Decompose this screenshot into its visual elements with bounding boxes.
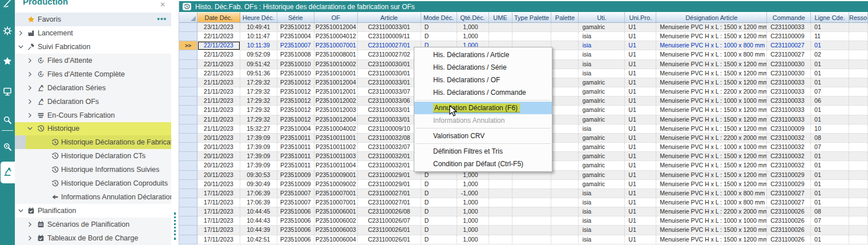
rail-item-declaration-active[interactable] xyxy=(1,162,15,183)
table-cell-ressource[interactable] xyxy=(849,124,868,134)
sidebar-item-historique-declarations-de-fabricatio[interactable]: Historique Déclarations de Fabricatio xyxy=(15,135,171,149)
table-cell-ligne-cde[interactable]: 01 xyxy=(811,152,849,161)
table-cell-designation-article[interactable]: Menuiserie PVC H x L : 1500 x 1200 mm xyxy=(656,180,767,189)
table-cell-uti[interactable]: isia xyxy=(579,226,625,235)
column-header-of[interactable]: OF xyxy=(314,12,358,23)
table-cell-uti[interactable]: isia xyxy=(579,32,625,41)
table-cell-ume[interactable] xyxy=(489,226,512,235)
column-header-serie[interactable]: Série xyxy=(277,12,314,23)
table-cell-ressource[interactable] xyxy=(849,198,868,207)
table-cell-type-palette[interactable] xyxy=(512,23,552,32)
table-cell-article[interactable]: C231100033/01 xyxy=(358,115,421,124)
table-cell-ressource[interactable] xyxy=(849,115,868,124)
table-cell-ligne-cde[interactable]: 01 xyxy=(811,189,849,198)
sidebar-item-suivi-fabrication[interactable]: Suivi Fabrication xyxy=(15,40,171,54)
table-cell-type-palette[interactable] xyxy=(512,32,552,41)
column-header-palette[interactable]: Palette xyxy=(551,12,579,23)
table-cell-ressource[interactable] xyxy=(849,235,868,244)
table-cell-mode-dec[interactable]: D xyxy=(421,23,457,32)
table-cell-uni-pro[interactable]: U1 xyxy=(625,171,656,180)
table-cell-designation-article[interactable]: Menuiserie PVC H x L : 1000 x 1000 mm xyxy=(656,143,767,152)
table-cell-heure-dec[interactable]: 09:30:53 xyxy=(240,171,277,180)
table-cell-heure-dec[interactable]: 09:51:36 xyxy=(240,69,277,78)
table-cell-ressource[interactable] xyxy=(849,50,868,59)
row-header-cell[interactable] xyxy=(179,134,197,143)
menu-item-his-declarations-commande[interactable]: His. Déclarations / Commande xyxy=(414,86,552,99)
table-cell-date-dec[interactable]: 20/11/2023 xyxy=(197,152,240,161)
table-cell-article[interactable]: C231100027/01 xyxy=(358,198,421,207)
row-header-cell[interactable] xyxy=(179,198,197,207)
select-all-corner-cell[interactable] xyxy=(179,12,197,23)
column-header-mode-dec[interactable]: Mode Déc. xyxy=(421,12,457,23)
table-cell-commande[interactable]: C231100009 xyxy=(767,32,811,41)
table-cell-uti[interactable]: isia xyxy=(579,50,625,59)
more-options-icon[interactable]: ••• xyxy=(157,14,167,23)
menu-item-valorisation-crv[interactable]: Valorisation CRV xyxy=(414,130,552,142)
sidebar-item-declaration-series[interactable]: Déclaration Séries xyxy=(15,81,171,95)
table-cell-article[interactable]: C231100032/01 xyxy=(358,161,421,170)
row-header-cell[interactable] xyxy=(179,161,197,170)
table-cell-ume[interactable] xyxy=(489,198,512,207)
row-header-cell[interactable] xyxy=(179,189,197,198)
chevron-right-icon[interactable] xyxy=(27,235,33,240)
table-cell-heure-dec[interactable]: 10:11:39 xyxy=(240,41,277,50)
table-cell-designation-article[interactable]: Menuiserie PVC H x L : 1500 x 1200 mm xyxy=(656,60,767,69)
table-cell-ligne-cde[interactable]: 01 xyxy=(811,226,849,235)
table-cell-article[interactable]: C231100027/01 xyxy=(358,41,421,50)
table-cell-uni-pro[interactable]: U1 xyxy=(625,189,656,198)
row-header-cell[interactable] xyxy=(179,216,197,226)
table-cell-ligne-cde[interactable]: 07 xyxy=(811,216,849,226)
table-cell-serie[interactable]: P23510011 xyxy=(277,134,314,143)
table-cell-article[interactable]: C231100029/01 xyxy=(358,171,421,180)
table-cell-commande[interactable]: C231100026 xyxy=(767,226,811,235)
table-cell-serie[interactable]: P23510006 xyxy=(277,226,314,235)
table-cell-ligne-cde[interactable]: 01 xyxy=(811,78,849,87)
table-cell-uti[interactable]: isia xyxy=(579,189,625,198)
menu-item-his-declarations-serie[interactable]: His. Déclarations / Série xyxy=(414,61,552,74)
chevron-down-icon[interactable] xyxy=(18,208,23,214)
table-cell-serie[interactable]: P23510006 xyxy=(277,235,314,244)
table-cell-commande[interactable]: C231100033 xyxy=(767,78,811,87)
table-cell-palette[interactable] xyxy=(551,171,579,180)
table-cell-type-palette[interactable] xyxy=(512,207,552,216)
table-cell-ressource[interactable] xyxy=(849,60,868,69)
chevron-down-icon[interactable] xyxy=(18,44,23,49)
table-cell-ligne-cde[interactable]: 01 xyxy=(811,235,849,244)
row-header-cell[interactable] xyxy=(179,226,197,235)
table-cell-palette[interactable] xyxy=(551,32,579,41)
table-cell-article[interactable]: C231100030/01 xyxy=(358,69,421,78)
sidebar-item-files-d-attente-complete[interactable]: Files d'Attente Complète xyxy=(15,67,171,81)
table-cell-of[interactable]: P23510006001 xyxy=(314,207,358,216)
table-cell-uti[interactable]: gamalric xyxy=(579,171,625,180)
table-cell-palette[interactable] xyxy=(551,69,579,78)
table-cell-qte-dec[interactable]: 1,000 xyxy=(457,216,489,226)
table-cell-article[interactable]: C231100026/07 xyxy=(358,216,421,226)
sidebar-item-historique-declaration-coproduits[interactable]: Historique Déclaration Coproduits xyxy=(15,176,171,190)
table-cell-palette[interactable] xyxy=(551,97,579,106)
table-cell-date-dec[interactable]: 20/11/2023 xyxy=(197,143,240,152)
table-cell-ressource[interactable] xyxy=(849,23,868,32)
table-cell-date-dec[interactable]: 21/11/2023 xyxy=(197,115,240,124)
table-cell-palette[interactable] xyxy=(551,134,579,143)
chevron-right-icon[interactable] xyxy=(27,85,33,90)
table-cell-uni-pro[interactable]: U1 xyxy=(625,78,656,87)
table-cell-commande[interactable]: C231100026 xyxy=(767,207,811,216)
row-header-cell[interactable] xyxy=(179,171,197,180)
table-cell-palette[interactable] xyxy=(551,87,579,97)
table-cell-designation-article[interactable]: Menuiserie PVC H x L : 1500 x 1200 mm xyxy=(656,226,767,235)
row-header-cell[interactable] xyxy=(179,50,197,59)
row-header-cell[interactable] xyxy=(179,69,197,78)
table-cell-heure-dec[interactable]: 10:42:51 xyxy=(240,235,277,244)
table-cell-uti[interactable]: isia xyxy=(579,207,625,216)
table-cell-uti[interactable]: gamalric xyxy=(579,143,625,152)
table-cell-palette[interactable] xyxy=(551,226,579,235)
table-cell-serie[interactable]: P23510007 xyxy=(277,198,314,207)
rail-item-pen[interactable] xyxy=(0,0,15,11)
table-cell-date-dec[interactable]: 22/11/2023 xyxy=(197,32,240,41)
table-cell-heure-dec[interactable]: 17:29:32 xyxy=(240,115,277,124)
table-cell-of[interactable]: P23510011004 xyxy=(314,161,358,170)
table-cell-mode-dec[interactable]: D xyxy=(421,235,457,244)
table-cell-ligne-cde[interactable]: 10 xyxy=(811,124,849,134)
table-cell-uni-pro[interactable]: U1 xyxy=(625,226,656,235)
table-cell-palette[interactable] xyxy=(551,216,579,226)
